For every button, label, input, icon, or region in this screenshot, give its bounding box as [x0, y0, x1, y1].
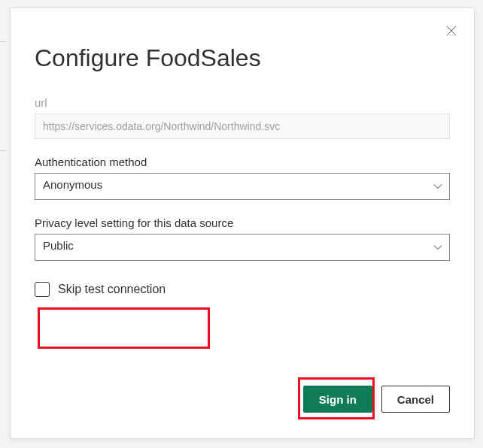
skip-test-row: Skip test connection — [35, 282, 450, 303]
auth-select-wrapper[interactable]: Anonymous — [35, 173, 450, 200]
url-field-group: url — [35, 96, 450, 139]
dialog-title: Configure FoodSales — [35, 44, 450, 72]
privacy-select-wrapper[interactable]: Public — [35, 234, 450, 261]
annotation-highlight — [38, 307, 210, 349]
background-divider — [0, 150, 6, 151]
button-row: Sign in Cancel — [303, 386, 450, 413]
background-divider — [0, 41, 6, 42]
url-label: url — [35, 96, 450, 109]
skip-test-checkbox[interactable] — [35, 282, 50, 297]
close-icon — [446, 26, 457, 36]
cancel-button[interactable]: Cancel — [381, 386, 450, 413]
auth-label: Authentication method — [35, 156, 450, 168]
close-button[interactable] — [444, 23, 459, 38]
auth-field-group: Authentication method Anonymous — [35, 156, 450, 200]
auth-select[interactable]: Anonymous — [35, 173, 450, 200]
privacy-field-group: Privacy level setting for this data sour… — [35, 216, 450, 261]
signin-button[interactable]: Sign in — [303, 386, 372, 413]
privacy-label: Privacy level setting for this data sour… — [35, 216, 450, 229]
privacy-select[interactable]: Public — [35, 234, 450, 261]
skip-test-label[interactable]: Skip test connection — [58, 283, 166, 296]
configure-dialog: Configure FoodSales url Authentication m… — [10, 8, 475, 439]
url-input — [35, 114, 450, 139]
